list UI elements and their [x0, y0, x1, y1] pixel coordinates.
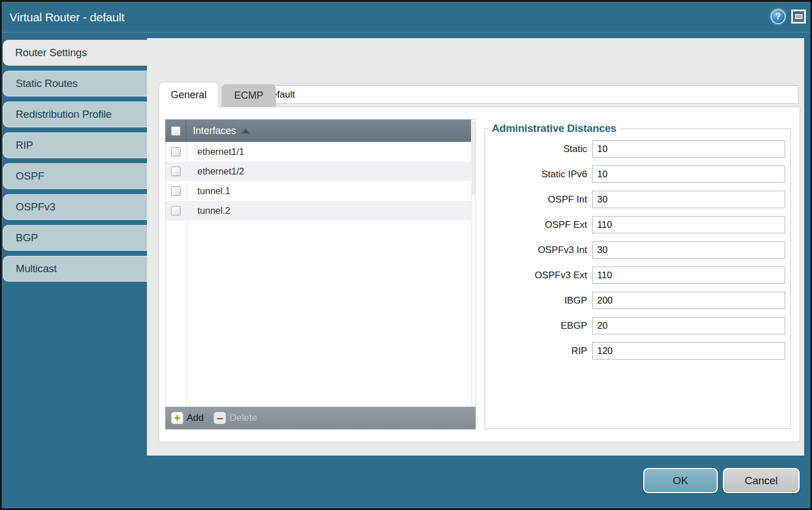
sidebar-item-multicast[interactable]: Multicast	[3, 256, 147, 282]
interface-row-ethernet1-2[interactable]: ethernet1/2	[165, 162, 476, 181]
field-input-static-ipv6[interactable]	[592, 166, 785, 183]
field-label-static: Static	[487, 144, 587, 155]
sidebar-item-redistribution-profile[interactable]: Redistribution Profile	[3, 102, 147, 127]
field-row-ospf-int: OSPF Int	[485, 191, 790, 208]
virtual-router-dialog: Virtual Router - default ? Router Settin…	[0, 0, 812, 510]
interface-name: tunnel.1	[197, 186, 230, 196]
sidebar-item-ospf[interactable]: OSPF	[3, 163, 147, 189]
field-input-static[interactable]	[592, 140, 785, 158]
field-input-ospf-int[interactable]	[592, 191, 785, 208]
tab-ecmp[interactable]: ECMP	[222, 84, 276, 107]
dialog-title: Virtual Router - default	[10, 2, 124, 33]
delete-button-label: Delete	[229, 412, 257, 424]
field-label-static-ipv6: Static IPv6	[487, 169, 587, 180]
administrative-distances-rows: StaticStatic IPv6OSPF IntOSPF ExtOSPFv3 …	[485, 135, 790, 360]
field-input-ibgp[interactable]	[592, 292, 785, 309]
row-checkbox-cell	[165, 147, 186, 157]
field-input-rip[interactable]	[592, 342, 785, 360]
row-checkbox-cell	[165, 186, 186, 196]
field-input-ospfv3-ext[interactable]	[592, 267, 785, 284]
field-row-static: Static	[485, 140, 790, 158]
add-button[interactable]: + Add	[171, 412, 204, 424]
interfaces-table-body: ethernet1/1ethernet1/2tunnel.1tunnel.2	[165, 142, 476, 407]
sidebar-item-router-settings[interactable]: Router Settings	[3, 40, 147, 66]
field-row-ospfv3-ext: OSPFv3 Ext	[485, 267, 790, 284]
interfaces-table: Interfaces ethernet1/1ethernet1/2tunnel.…	[165, 119, 476, 430]
interfaces-column-header[interactable]: Interfaces	[193, 125, 236, 137]
scrollbar-thumb[interactable]	[472, 121, 475, 195]
name-input[interactable]	[261, 85, 799, 104]
administrative-distances-legend: Administrative Distances	[488, 122, 620, 135]
add-button-label: Add	[187, 412, 204, 424]
field-label-ospf-int: OSPF Int	[487, 194, 587, 205]
interface-row-tunnel-1[interactable]: tunnel.1	[165, 181, 476, 201]
tab-general[interactable]: General	[159, 82, 219, 107]
tabstrip: GeneralECMP	[159, 82, 276, 107]
titlebar: Virtual Router - default ?	[2, 2, 810, 33]
interface-row-tunnel-2[interactable]: tunnel.2	[165, 201, 476, 220]
cancel-button[interactable]: Cancel	[723, 468, 800, 493]
help-icon[interactable]: ?	[771, 9, 786, 24]
sidebar-item-rip[interactable]: RIP	[3, 132, 147, 158]
row-checkbox-cell	[165, 206, 186, 215]
interface-name: ethernet1/1	[197, 146, 244, 157]
field-label-ebgp: EBGP	[487, 320, 587, 332]
field-label-ospfv3-ext: OSPFv3 Ext	[487, 270, 587, 281]
interface-row-ethernet1-1[interactable]: ethernet1/1	[165, 142, 476, 162]
interface-name: tunnel.2	[197, 205, 230, 216]
sidebar-item-bgp[interactable]: BGP	[3, 225, 147, 251]
interface-name: ethernet1/2	[197, 166, 244, 177]
field-label-ospfv3-int: OSPFv3 Int	[487, 245, 587, 256]
window-icon-inner	[795, 14, 802, 19]
content-panel: Name GeneralECMP Interfaces ethernet1/1e…	[147, 38, 804, 456]
row-checkbox[interactable]	[171, 186, 181, 196]
field-label-ibgp: IBGP	[487, 295, 587, 306]
row-checkbox[interactable]	[171, 206, 181, 215]
sidebar-item-ospfv3[interactable]: OSPFv3	[3, 194, 147, 220]
plus-icon: +	[171, 412, 183, 424]
field-input-ebgp[interactable]	[592, 317, 785, 334]
delete-button[interactable]: − Delete	[214, 412, 257, 424]
select-all-checkbox[interactable]	[171, 126, 181, 136]
sidebar-item-static-routes[interactable]: Static Routes	[3, 71, 147, 97]
field-row-ibgp: IBGP	[485, 292, 790, 309]
table-scrollbar[interactable]	[471, 120, 476, 429]
row-checkbox[interactable]	[171, 167, 181, 176]
field-input-ospfv3-int[interactable]	[592, 241, 785, 259]
sidebar: Router SettingsStatic RoutesRedistributi…	[3, 40, 147, 287]
field-row-ebgp: EBGP	[485, 317, 790, 334]
window-icon[interactable]	[791, 10, 806, 24]
row-checkbox[interactable]	[171, 147, 181, 157]
field-row-ospf-ext: OSPF Ext	[485, 216, 790, 233]
row-checkbox-cell	[165, 167, 186, 176]
field-input-ospf-ext[interactable]	[592, 216, 785, 233]
field-label-ospf-ext: OSPF Ext	[487, 219, 587, 231]
field-row-rip: RIP	[485, 342, 790, 360]
header-checkbox-cell	[165, 120, 186, 142]
interfaces-table-header: Interfaces	[165, 120, 476, 142]
general-tab-content: Interfaces ethernet1/1ethernet1/2tunnel.…	[159, 107, 800, 442]
ok-button[interactable]: OK	[643, 468, 718, 493]
interfaces-table-footer: + Add − Delete	[165, 407, 476, 429]
sort-ascending-icon[interactable]	[242, 128, 250, 134]
field-label-rip: RIP	[487, 346, 587, 357]
minus-icon: −	[214, 412, 226, 424]
field-row-static-ipv6: Static IPv6	[485, 166, 790, 183]
administrative-distances-fieldset: Administrative Distances StaticStatic IP…	[485, 122, 791, 429]
field-row-ospfv3-int: OSPFv3 Int	[485, 241, 790, 259]
